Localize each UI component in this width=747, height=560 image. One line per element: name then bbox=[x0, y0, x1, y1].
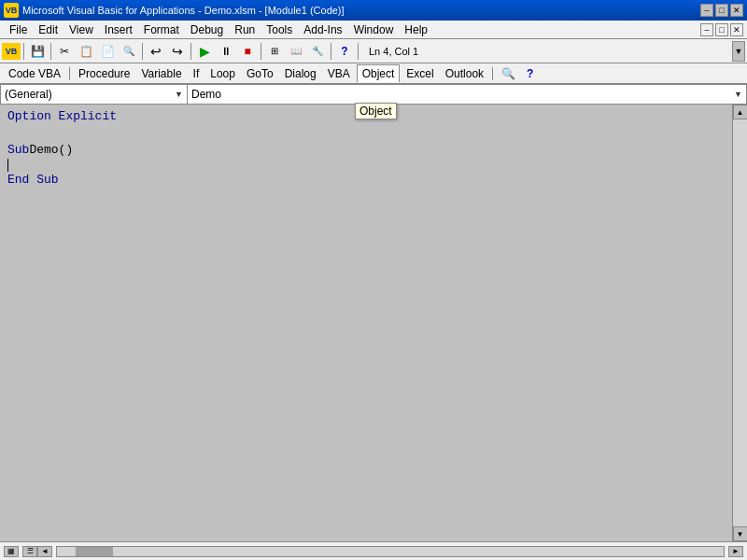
bottom-bar: ▦ ☰ ◄ ► bbox=[0, 541, 747, 560]
menu-edit[interactable]: Edit bbox=[33, 21, 63, 38]
scroll-left-button[interactable]: ◄ bbox=[37, 546, 52, 557]
view-toggle-2[interactable]: ☰ bbox=[22, 546, 37, 557]
general-dropdown[interactable]: (General) ▼ bbox=[0, 84, 187, 105]
bottom-left: ▦ ☰ bbox=[4, 546, 37, 557]
tb-redo-icon[interactable]: ↪ bbox=[167, 41, 188, 62]
tb-ref-icon[interactable]: 📖 bbox=[286, 41, 306, 62]
menu-view[interactable]: View bbox=[63, 21, 99, 38]
menu-window[interactable]: Window bbox=[348, 21, 400, 38]
tb-copy-icon[interactable]: 📋 bbox=[76, 41, 96, 62]
scroll-up-button[interactable]: ▲ bbox=[733, 105, 748, 119]
code-line-2 bbox=[7, 125, 740, 142]
scroll-track[interactable] bbox=[733, 119, 748, 526]
menu-help[interactable]: Help bbox=[399, 21, 433, 38]
tb-paste-icon[interactable]: 📄 bbox=[97, 41, 118, 62]
tb-separator-1 bbox=[23, 43, 24, 60]
minimize-button[interactable]: – bbox=[700, 4, 713, 17]
app-icon-label: VB bbox=[6, 6, 18, 15]
demo-dropdown-arrow: ▼ bbox=[734, 90, 742, 99]
text-cursor bbox=[7, 159, 8, 172]
tb2-excel[interactable]: Excel bbox=[402, 65, 438, 82]
tb-components-icon[interactable]: 🔧 bbox=[307, 41, 328, 62]
tb2-code-vba[interactable]: Code VBA bbox=[4, 65, 65, 82]
tb-userform-icon[interactable]: ⊞ bbox=[264, 41, 285, 62]
code-line-4 bbox=[7, 159, 740, 172]
menu-bar: File Edit View Insert Format Debug Run T… bbox=[0, 21, 747, 39]
close-button[interactable]: ✕ bbox=[730, 4, 743, 17]
tooltip: Object bbox=[355, 103, 397, 119]
tb2-procedure[interactable]: Procedure bbox=[74, 65, 134, 82]
tb2-vba[interactable]: VBA bbox=[323, 65, 355, 82]
tb-pause-icon[interactable]: ⏸ bbox=[216, 41, 236, 62]
code-content: Option Explicit Sub Demo() End Sub bbox=[0, 105, 747, 521]
code-line-5: End Sub bbox=[7, 172, 740, 189]
keyword-sub: Sub bbox=[7, 142, 29, 159]
tb-separator-2 bbox=[50, 43, 51, 60]
tooltip-text: Object bbox=[359, 105, 392, 118]
code-editor[interactable]: Option Explicit Sub Demo() End Sub bbox=[0, 105, 747, 541]
horizontal-scroll-thumb bbox=[76, 547, 113, 556]
title-controls[interactable]: – □ ✕ bbox=[700, 4, 743, 17]
tb-stop-icon[interactable]: ■ bbox=[237, 41, 258, 62]
inner-minimize-button[interactable]: – bbox=[700, 23, 713, 36]
tb-separator-5 bbox=[261, 43, 261, 60]
tb-help-icon[interactable]: ? bbox=[334, 41, 355, 62]
inner-restore-button[interactable]: □ bbox=[715, 23, 728, 36]
code-header: (General) ▼ Object Demo ▼ bbox=[0, 84, 747, 105]
view-toggle-1[interactable]: ▦ bbox=[4, 546, 19, 557]
position-info: Ln 4, Col 1 bbox=[361, 46, 426, 57]
tb2-object[interactable]: Object bbox=[357, 64, 401, 82]
right-scrollbar[interactable]: ▲ ▼ bbox=[732, 105, 747, 541]
menu-file[interactable]: File bbox=[4, 21, 33, 38]
scroll-right-button[interactable]: ► bbox=[728, 546, 743, 557]
keyword-option: Option Explicit bbox=[7, 108, 117, 125]
inner-close-button[interactable]: ✕ bbox=[730, 23, 743, 36]
keyword-endsub: End Sub bbox=[7, 172, 59, 189]
tb-find-icon[interactable]: 🔍 bbox=[119, 41, 139, 62]
demo-dropdown[interactable]: Demo ▼ bbox=[187, 84, 747, 105]
tb2-loop[interactable]: Loop bbox=[205, 65, 240, 82]
toolbar2: Code VBA Procedure Variable If Loop GoTo… bbox=[0, 63, 747, 84]
tb2-goto[interactable]: GoTo bbox=[242, 65, 278, 82]
menu-addins[interactable]: Add-Ins bbox=[298, 21, 347, 38]
title-bar: VB Microsoft Visual Basic for Applicatio… bbox=[0, 0, 747, 21]
title-left: VB Microsoft Visual Basic for Applicatio… bbox=[4, 3, 345, 18]
tb-run-icon[interactable]: ▶ bbox=[194, 41, 215, 62]
tb-undo-icon[interactable]: ↩ bbox=[146, 41, 166, 62]
menu-run[interactable]: Run bbox=[229, 21, 261, 38]
general-dropdown-label: (General) bbox=[5, 88, 52, 101]
menu-debug[interactable]: Debug bbox=[185, 21, 229, 38]
menu-tools[interactable]: Tools bbox=[261, 21, 298, 38]
code-line-3: Sub Demo() bbox=[7, 142, 740, 159]
tb2-dialog[interactable]: Dialog bbox=[280, 65, 321, 82]
horizontal-scrollbar[interactable] bbox=[56, 546, 725, 557]
scroll-down-button[interactable]: ▼ bbox=[733, 526, 748, 541]
tb2-if[interactable]: If bbox=[189, 65, 204, 82]
sub-name: Demo() bbox=[29, 142, 73, 159]
tb2-search[interactable]: 🔍 bbox=[497, 65, 520, 82]
toolbar1-arrow[interactable]: ▼ bbox=[732, 41, 745, 62]
tb2-sep-1 bbox=[69, 67, 70, 80]
maximize-button[interactable]: □ bbox=[715, 4, 728, 17]
window-title: Microsoft Visual Basic for Applications … bbox=[22, 5, 345, 16]
tb-separator-4 bbox=[190, 43, 191, 60]
tb-vba-icon[interactable]: VB bbox=[2, 43, 21, 60]
tb-separator-7 bbox=[358, 43, 359, 60]
tb2-outlook[interactable]: Outlook bbox=[441, 65, 488, 82]
toolbar1: VB 💾 ✂ 📋 📄 🔍 ↩ ↪ ▶ ⏸ ■ ⊞ 📖 🔧 ? Ln 4, Col… bbox=[0, 39, 747, 63]
tb2-variable[interactable]: Variable bbox=[136, 65, 186, 82]
tb-cut-icon[interactable]: ✂ bbox=[54, 41, 75, 62]
editor-area: Option Explicit Sub Demo() End Sub ▲ ▼ bbox=[0, 105, 747, 541]
tb-separator-6 bbox=[331, 43, 331, 60]
tb-save-icon[interactable]: 💾 bbox=[27, 41, 48, 62]
menu-format[interactable]: Format bbox=[138, 21, 185, 38]
tb2-sep-2 bbox=[492, 67, 493, 80]
tb2-help[interactable]: ? bbox=[522, 65, 538, 82]
demo-dropdown-label: Demo bbox=[191, 88, 221, 101]
tb-separator-3 bbox=[142, 43, 143, 60]
general-dropdown-arrow: ▼ bbox=[175, 90, 183, 99]
app-icon: VB bbox=[4, 3, 19, 18]
main-content: Option Explicit Sub Demo() End Sub ▲ ▼ bbox=[0, 105, 747, 560]
menu-insert[interactable]: Insert bbox=[99, 21, 138, 38]
